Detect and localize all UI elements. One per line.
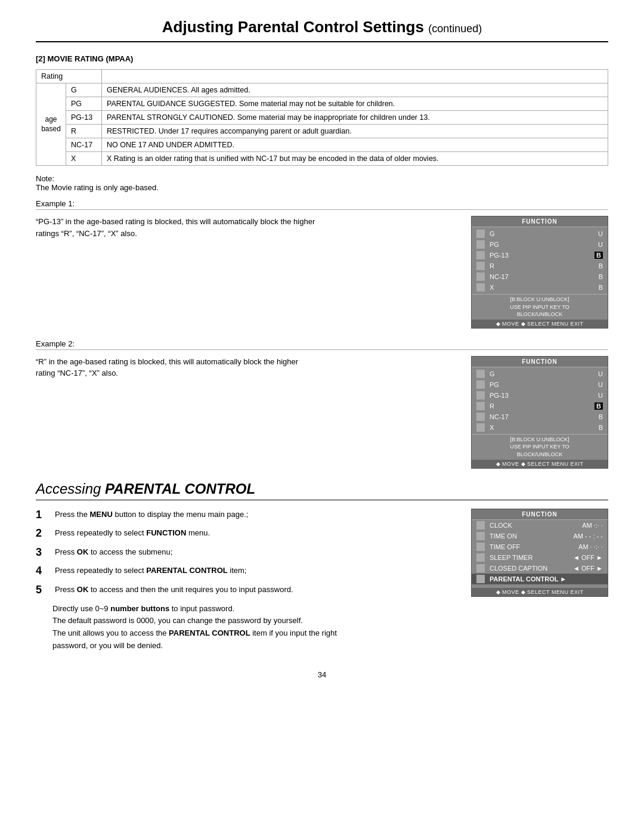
- menu-row: GU: [472, 228, 608, 239]
- menu-row: GU: [472, 368, 608, 379]
- step-item: 4Press repeatedly to select PARENTAL CON…: [36, 565, 459, 578]
- func-menu-row: TIME ONAM - - : - -: [472, 531, 608, 541]
- example2-section: Example 2: “R” in the age-based rating i…: [36, 339, 608, 469]
- func-row-bar: [476, 521, 485, 529]
- menu-row-bar: [476, 423, 485, 432]
- rating-code: G: [66, 83, 102, 97]
- rating-code: NC-17: [66, 138, 102, 152]
- rating-description: PARENTAL GUIDANCE SUGGESTED. Some materi…: [102, 97, 608, 111]
- example2-menu-footer: [B:BLOCK U:UNBLOCK] USE PIP INPUT KEY TO…: [472, 434, 608, 460]
- menu-row-value: B: [595, 402, 603, 410]
- menu-row-bar: [476, 240, 485, 249]
- menu-row-bar: [476, 283, 485, 292]
- note-section: Note: The Movie rating is only age-based…: [36, 174, 608, 192]
- menu-row-bar: [476, 262, 485, 270]
- step-number: 4: [36, 565, 52, 578]
- accessing-section: Accessing PARENTAL CONTROL 1Press the ME…: [36, 481, 608, 652]
- menu-row: PGU: [472, 239, 608, 250]
- rating-description: PARENTAL STRONGLY CAUTIONED. Some materi…: [102, 111, 608, 125]
- menu-row-label: G: [490, 230, 598, 237]
- menu-row-value: B: [599, 413, 603, 420]
- step-number: 1: [36, 509, 52, 522]
- step-content: Press OK to access the submenu;: [55, 546, 459, 558]
- func-row-value: ◄ OFF ►: [573, 554, 603, 561]
- menu-row-value: U: [598, 370, 603, 377]
- example1-text: “PG-13” in the age-based rating is block…: [36, 216, 459, 239]
- menu-row-value: B: [595, 252, 603, 259]
- example1-menu-rows: GUPGUPG-13BRBNC-17BXB: [472, 227, 608, 294]
- func-menu-row: PARENTAL CONTROL ►: [472, 574, 608, 584]
- menu-row-label: PG-13: [490, 392, 598, 399]
- example2-title: Example 2:: [36, 339, 608, 350]
- menu-row-label: NC-17: [490, 413, 599, 420]
- example1-content: “PG-13” in the age-based rating is block…: [36, 216, 608, 329]
- rating-table-header: Rating: [36, 70, 102, 83]
- accessing-menu: FUNCTION CLOCKAM ·:· ·TIME ONAM - - : - …: [471, 509, 608, 597]
- menu-row: PG-13U: [472, 390, 608, 401]
- menu-row-value: U: [598, 381, 603, 388]
- rating-code: X: [66, 152, 102, 166]
- accessing-menu-rows: CLOCKAM ·:· ·TIME ONAM - - : - -TIME OFF…: [472, 520, 608, 584]
- func-menu-row: TIME OFFAM · ·:· ·: [472, 541, 608, 552]
- func-row-label: CLOSED CAPTION: [490, 565, 573, 572]
- example1-title: Example 1:: [36, 199, 608, 210]
- func-row-label: PARENTAL CONTROL ►: [490, 575, 603, 583]
- func-row-label: CLOCK: [490, 522, 582, 529]
- rating-code: R: [66, 125, 102, 138]
- example2-text: “R” in the age-based rating is blocked, …: [36, 356, 459, 379]
- example1-menu-footer: [B:BLOCK U:UNBLOCK] USE PIP INPUT KEY TO…: [472, 294, 608, 320]
- menu-row: XB: [472, 422, 608, 433]
- step-number: 2: [36, 527, 52, 540]
- menu-row: NC-17B: [472, 271, 608, 282]
- example1-section: Example 1: “PG-13” in the age-based rati…: [36, 199, 608, 329]
- example1-menu: FUNCTION GUPGUPG-13BRBNC-17BXB [B:BLOCK …: [471, 216, 608, 329]
- menu-row: RB: [472, 261, 608, 271]
- menu-row-bar: [476, 370, 485, 378]
- example2-menu: FUNCTION GUPGUPG-13URBNC-17BXB [B:BLOCK …: [471, 356, 608, 469]
- menu-row: XB: [472, 282, 608, 293]
- func-row-bar: [476, 575, 485, 583]
- step-content: Press the MENU button to display the men…: [55, 509, 459, 521]
- page-header: Adjusting Parental Control Settings (con…: [36, 18, 608, 42]
- func-row-value: AM ·:· ·: [582, 522, 603, 529]
- sub-text: Directly use 0~9 number buttons to input…: [52, 603, 459, 652]
- menu-row: PGU: [472, 379, 608, 390]
- step-number: 3: [36, 546, 52, 559]
- menu-row: RB: [472, 401, 608, 411]
- func-row-label: SLEEP TIMER: [490, 554, 573, 561]
- menu-row-label: PG: [490, 241, 598, 248]
- menu-row-bar: [476, 391, 485, 400]
- example1-menu-nav: ◆ MOVE ◆ SELECT MENU EXIT: [472, 320, 608, 328]
- menu-row-value: B: [599, 424, 603, 431]
- example1-menu-header: FUNCTION: [472, 216, 608, 227]
- menu-row-bar: [476, 413, 485, 421]
- menu-row-bar: [476, 402, 485, 410]
- rating-description: NO ONE 17 AND UNDER ADMITTED.: [102, 138, 608, 152]
- step-number: 5: [36, 584, 52, 597]
- func-menu-row: CLOSED CAPTION◄ OFF ►: [472, 563, 608, 574]
- menu-row: PG-13B: [472, 250, 608, 261]
- menu-row-label: PG: [490, 381, 598, 388]
- step-item: 2Press repeatedly to select FUNCTION men…: [36, 527, 459, 540]
- rating-code: PG-13: [66, 111, 102, 125]
- menu-row-value: B: [599, 273, 603, 280]
- menu-row-value: U: [598, 230, 603, 237]
- step-content: Press OK to access and then the unit req…: [55, 584, 459, 596]
- menu-row-label: R: [490, 262, 599, 270]
- rating-description: RESTRICTED. Under 17 requires accompanyi…: [102, 125, 608, 138]
- step-item: 3Press OK to access the submenu;: [36, 546, 459, 559]
- menu-row-label: X: [490, 424, 599, 431]
- accessing-menu-nav: ◆ MOVE ◆ SELECT MENU EXIT: [472, 588, 608, 596]
- step-content: Press repeatedly to select FUNCTION menu…: [55, 527, 459, 539]
- func-row-bar: [476, 564, 485, 572]
- page-number: 34: [36, 670, 608, 679]
- func-row-value: AM · ·:· ·: [578, 543, 603, 550]
- menu-row-label: R: [490, 402, 595, 410]
- func-row-bar: [476, 532, 485, 540]
- rating-table: Rating age basedGGENERAL AUDIENCES. All …: [36, 69, 608, 166]
- step-item: 1Press the MENU button to display the me…: [36, 509, 459, 522]
- menu-row-bar: [476, 251, 485, 259]
- step-item: 5Press OK to access and then the unit re…: [36, 584, 459, 597]
- movie-rating-title: [2] MOVIE RATING (MPAA): [36, 54, 608, 63]
- example2-menu-rows: GUPGUPG-13URBNC-17BXB: [472, 367, 608, 434]
